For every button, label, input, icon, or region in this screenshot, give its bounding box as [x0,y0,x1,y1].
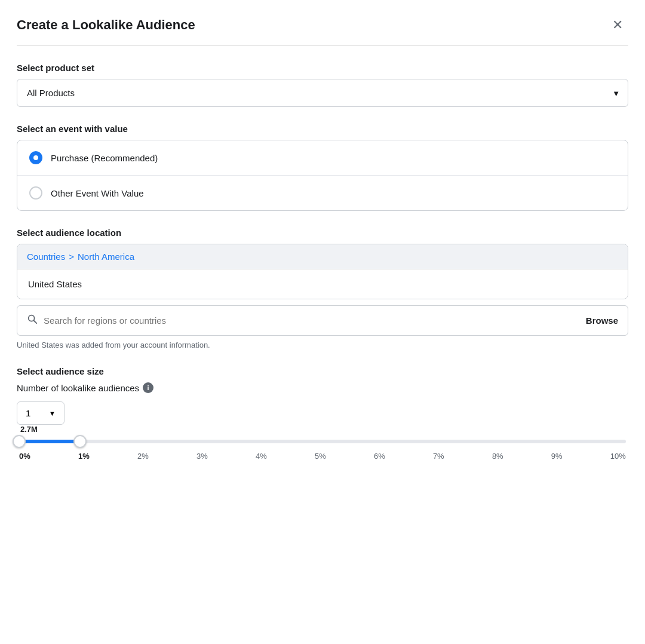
location-label: Select audience location [17,228,628,238]
location-list: United States [17,269,628,299]
browse-button[interactable]: Browse [579,315,618,326]
svg-line-1 [33,320,36,323]
modal-header: Create a Lookalike Audience ✕ [17,14,628,46]
slider-labels: 0% 1% 2% 3% 4% 5% 6% 7% 8% 9% 10% [19,452,626,461]
radio-purchase-label: Purchase (Recommended) [51,153,158,163]
breadcrumb-separator: > [69,252,74,262]
slider-label-10: 10% [610,452,626,461]
slider-label-4: 4% [256,452,267,461]
slider-fill [19,440,80,443]
search-bar: Browse [17,305,628,336]
slider-container: 2.7M 0% 1% 2% 3% 4% 5% 6% 7% 8% 9% 10% [17,425,628,461]
search-hint: United States was added from your accoun… [17,341,628,349]
event-section: Select an event with value Purchase (Rec… [17,124,628,211]
slider-label-2: 2% [137,452,149,461]
slider-label-0: 0% [19,452,30,461]
radio-other-event[interactable]: Other Event With Value [17,176,628,210]
number-chevron-down-icon: ▼ [49,410,56,417]
search-icon [27,314,38,327]
info-icon[interactable]: i [143,382,153,393]
slider-label-8: 8% [492,452,503,461]
search-input[interactable] [44,306,579,335]
slider-label-7: 7% [433,452,444,461]
location-box: Countries > North America United States [17,244,628,299]
slider-thumb-right[interactable] [73,435,87,448]
slider-track[interactable] [19,440,626,443]
number-dropdown-button[interactable]: 1 ▼ [17,401,64,425]
modal-title: Create a Lookalike Audience [17,17,195,33]
slider-label-1: 1% [78,452,90,461]
location-section: Select audience location Countries > Nor… [17,228,628,349]
create-lookalike-modal: Create a Lookalike Audience ✕ Select pro… [0,0,645,644]
close-icon: ✕ [612,17,623,33]
radio-purchase[interactable]: Purchase (Recommended) [17,140,628,176]
radio-other-label: Other Event With Value [51,188,144,198]
product-set-label: Select product set [17,63,628,73]
close-button[interactable]: ✕ [607,14,628,36]
slider-label-9: 9% [551,452,563,461]
breadcrumb-bar: Countries > North America [17,244,628,269]
number-of-audiences-row: Number of lookalike audiences i [17,382,628,393]
audience-count: 2.7M [20,425,626,434]
breadcrumb-region[interactable]: North America [78,252,134,262]
slider-thumb-left[interactable] [13,435,26,448]
audience-size-section: Select audience size Number of lookalike… [17,366,628,461]
radio-purchase-circle [29,151,42,164]
breadcrumb-countries[interactable]: Countries [27,252,65,262]
number-of-audiences-label: Number of lookalike audiences [17,383,139,393]
product-set-dropdown-wrapper: All ProductsProduct Set 1Product Set 2 ▼ [17,79,628,107]
radio-other-circle [29,186,42,200]
audience-size-label: Select audience size [17,366,628,376]
product-set-select[interactable]: All ProductsProduct Set 1Product Set 2 [17,79,628,107]
product-set-section: Select product set All ProductsProduct S… [17,63,628,107]
event-radio-group: Purchase (Recommended) Other Event With … [17,140,628,211]
event-label: Select an event with value [17,124,628,134]
slider-label-3: 3% [196,452,208,461]
slider-label-5: 5% [315,452,326,461]
location-item-us: United States [17,269,628,299]
number-dropdown-value: 1 [26,408,30,418]
slider-label-6: 6% [374,452,385,461]
